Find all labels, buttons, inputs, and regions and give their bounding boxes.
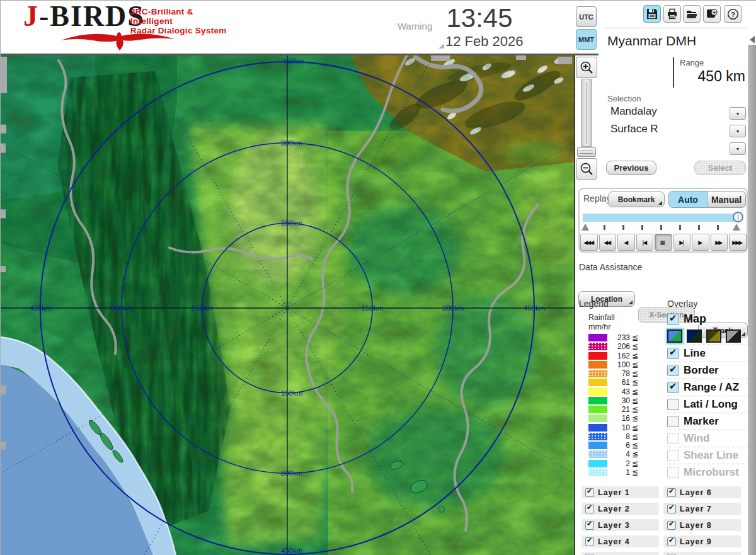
map-style-swatch-2[interactable] xyxy=(687,329,702,343)
replay-label: Replay xyxy=(583,193,611,203)
legend-value: 43 xyxy=(611,387,630,396)
overlay-item-border[interactable]: Border xyxy=(667,362,748,379)
lte-symbol: ≦ xyxy=(632,423,638,432)
ring-label-150-top: 150km xyxy=(281,219,302,227)
overlay-item-shear-line: Shear Line xyxy=(667,447,748,464)
zoom-slider-track[interactable] xyxy=(581,79,592,147)
extra-dropdown-button[interactable]: ▼ xyxy=(730,142,746,155)
transport-controls: ◀◀◀ ◀◀ ◀ |◀ ■ ▶| ▶ ▶▶ ▶▶▶ xyxy=(580,234,747,251)
rewind-button[interactable]: ◀◀ xyxy=(599,234,617,251)
overlay-item-line[interactable]: Line xyxy=(667,345,748,362)
ring-label-450-bottom: 450km xyxy=(281,547,302,554)
layer-2-toggle[interactable]: Layer 2 xyxy=(581,503,659,515)
clock-time: 13:45 xyxy=(442,3,517,33)
zoom-out-button[interactable] xyxy=(576,158,597,180)
sidebar-collapse-icon[interactable] xyxy=(750,36,755,43)
checkbox-icon[interactable] xyxy=(585,537,594,546)
checkbox-icon[interactable] xyxy=(667,348,679,359)
legend-row: 1≦ xyxy=(588,468,658,477)
replay-timeline-thumb[interactable] xyxy=(733,212,743,222)
overlay-item-lati-long[interactable]: Lati / Long xyxy=(667,396,748,413)
save-button[interactable] xyxy=(643,5,661,23)
skip-start-button[interactable]: |◀ xyxy=(636,234,654,251)
timeline-tick xyxy=(698,225,700,230)
site-dropdown-button[interactable]: ▼ xyxy=(730,107,746,120)
zoom-in-button[interactable] xyxy=(576,57,597,78)
checkbox-icon[interactable] xyxy=(667,314,679,325)
replay-timeline-track[interactable] xyxy=(583,214,742,222)
layer-9-toggle[interactable]: Layer 9 xyxy=(663,535,741,547)
checkbox-icon[interactable] xyxy=(667,488,676,497)
step-back-button[interactable]: ◀ xyxy=(617,234,635,251)
map-style-swatch-4[interactable] xyxy=(726,329,741,343)
layer-6-toggle[interactable]: Layer 6 xyxy=(663,486,741,498)
legend-row: 206≦ xyxy=(588,342,658,351)
overlay-item-range-az[interactable]: Range / AZ xyxy=(667,379,748,396)
checkbox-icon[interactable] xyxy=(585,488,594,497)
radar-map-display[interactable]: 450km 300km 150km 150km 300km 450km 450k… xyxy=(1,55,575,555)
layer-row-partial[interactable] xyxy=(581,552,659,555)
legend-row: 8≦ xyxy=(588,432,658,441)
layer-label: Layer 1 xyxy=(598,488,630,497)
map-style-swatch-3[interactable] xyxy=(706,329,721,343)
play-button[interactable]: ▶ xyxy=(692,234,709,251)
legend-value: 10 xyxy=(611,423,630,432)
overlay-item-label: Wind xyxy=(684,432,709,445)
range-label: Range xyxy=(680,58,704,67)
legend-row: 43≦ xyxy=(588,387,658,396)
map-style-swatches xyxy=(667,328,748,345)
previous-button[interactable]: Previous xyxy=(606,161,656,175)
legend-value: 162 xyxy=(611,352,630,360)
ring-label-300-bottom: 300km xyxy=(281,469,302,477)
skip-end-button[interactable]: ▶| xyxy=(673,234,691,251)
fast-rewind-button[interactable]: ◀◀◀ xyxy=(580,234,598,251)
zoom-out-icon xyxy=(580,162,593,176)
legend-row: 4≦ xyxy=(588,450,658,459)
select-button[interactable]: Select xyxy=(694,161,746,175)
layer-8-toggle[interactable]: Layer 8 xyxy=(663,519,741,531)
checkbox-icon[interactable] xyxy=(585,505,594,513)
checkbox-icon[interactable] xyxy=(667,505,676,513)
overlay-item-marker[interactable]: Marker xyxy=(667,413,748,430)
mmt-button[interactable]: MMT xyxy=(576,29,597,50)
checkbox-icon[interactable] xyxy=(667,382,679,393)
checkbox-icon[interactable] xyxy=(667,416,679,427)
help-button[interactable]: ? xyxy=(724,5,742,23)
stop-button[interactable]: ■ xyxy=(655,234,672,251)
overlay-item-map[interactable]: Map xyxy=(667,311,748,328)
checkbox-icon[interactable] xyxy=(667,537,676,546)
lte-symbol: ≦ xyxy=(632,468,638,477)
map-style-swatch-1[interactable] xyxy=(667,329,682,343)
selection-value-site: Mandalay xyxy=(610,105,724,118)
layer-7-toggle[interactable]: Layer 7 xyxy=(663,503,741,515)
layer-4-toggle[interactable]: Layer 4 xyxy=(581,535,659,547)
overlay-item-label: Marker xyxy=(684,415,719,428)
fast-forward-button[interactable]: ▶▶ xyxy=(711,234,728,251)
legend-row: 78≦ xyxy=(588,369,658,378)
checkbox-icon[interactable] xyxy=(667,521,676,530)
eagle-icon xyxy=(6,30,230,51)
checkbox-icon[interactable] xyxy=(585,521,594,530)
auto-mode-button[interactable]: Auto xyxy=(668,191,707,208)
layer-1-toggle[interactable]: Layer 1 xyxy=(581,486,659,498)
legend-unit: mm/hr xyxy=(588,323,610,331)
manual-mode-button[interactable]: Manual xyxy=(707,191,746,208)
date-dropdown-triangle-icon[interactable] xyxy=(438,43,444,49)
checkbox-icon[interactable] xyxy=(667,399,679,410)
print-button[interactable] xyxy=(663,5,681,23)
legend-row: 162≦ xyxy=(588,352,658,360)
fastest-forward-button[interactable]: ▶▶▶ xyxy=(729,234,747,251)
range-value: 450 km xyxy=(668,68,745,85)
layer-row-partial[interactable] xyxy=(663,552,741,555)
capture-add-button[interactable] xyxy=(703,5,721,23)
open-file-button[interactable] xyxy=(683,5,701,23)
bookmark-button[interactable]: Bookmark xyxy=(608,192,665,207)
ring-label-150-left: 150km xyxy=(192,304,213,312)
checkbox-icon[interactable] xyxy=(667,365,679,376)
zoom-slider-handle[interactable] xyxy=(577,147,596,157)
layer-3-toggle[interactable]: Layer 3 xyxy=(581,519,659,531)
legend-value: 6 xyxy=(611,441,630,450)
utc-button[interactable]: UTC xyxy=(576,6,597,27)
product-dropdown-button[interactable]: ▼ xyxy=(730,125,746,137)
sidebar-edge-rail[interactable] xyxy=(748,45,756,555)
